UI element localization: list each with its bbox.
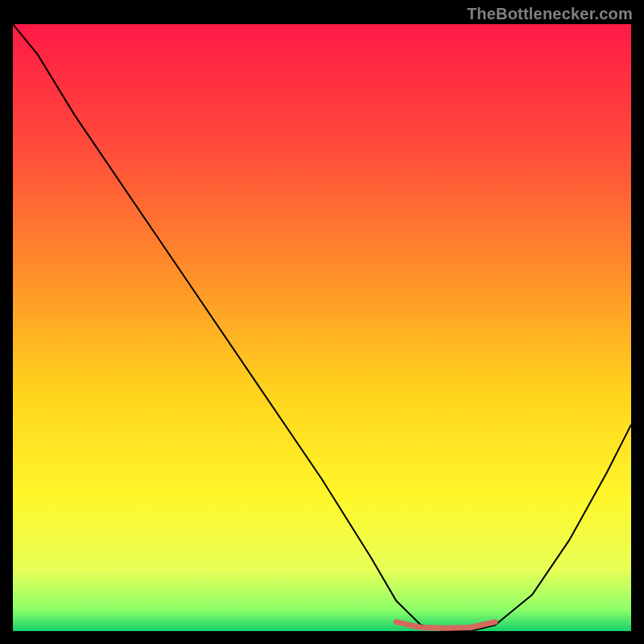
heat-gradient-background (13, 24, 631, 631)
chart-plot-area (13, 24, 631, 631)
bottleneck-chart (13, 24, 631, 631)
watermark-text: TheBottlenecker.com (467, 5, 633, 23)
